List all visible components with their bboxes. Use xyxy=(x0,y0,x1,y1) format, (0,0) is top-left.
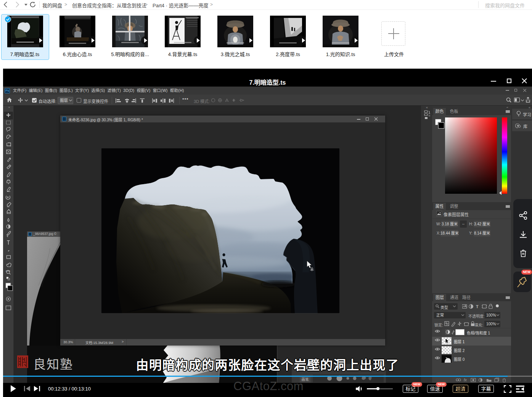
svg-text:T: T xyxy=(476,304,479,309)
svg-text:fx: fx xyxy=(464,378,467,382)
